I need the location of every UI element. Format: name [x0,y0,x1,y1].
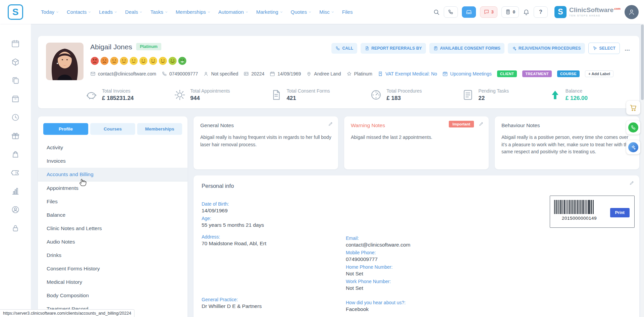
menu-item-body-composition[interactable]: Body Composition [38,289,187,302]
search-button[interactable] [433,9,440,15]
menu-item-audio-notes[interactable]: Audio Notes [38,235,187,249]
nav-item-contacts[interactable]: Contacts [67,9,91,15]
client-location: Andree Land [306,71,341,76]
smile-face-icon [158,56,167,65]
mood-face-2[interactable] [100,56,109,65]
sidebar-copy-button[interactable] [11,76,20,85]
mood-face-4[interactable] [119,56,128,65]
history-icon [11,113,20,122]
stat-value: £ 185231.24 [102,95,134,102]
nav-item-memberships[interactable]: Memberships [176,9,211,15]
sidebar-gift-button[interactable] [11,131,20,140]
pointer-icon [593,46,597,51]
help-button[interactable]: ? [534,6,548,18]
sidebar-cube-button[interactable] [11,58,20,66]
menu-item-activity[interactable]: Activity [38,141,187,154]
sun-icon [174,89,186,101]
rejuvenation-procedures-button[interactable]: REJUVENATION PROCEDURES [508,43,585,54]
notifications-button[interactable] [523,9,530,15]
client-phone[interactable]: 07490009777 [162,71,198,76]
mood-face-7[interactable] [149,56,158,65]
menu-item-appointments[interactable]: Appointments [38,181,187,195]
client-tier: Platinum [346,71,372,76]
mood-face-3[interactable] [110,56,119,65]
whatsapp-button[interactable] [626,120,640,135]
clinicsoftware-mark-icon: S [554,6,567,18]
available-consent-forms-button[interactable]: AVAILABLE CONSENT FORMS [429,43,504,54]
menu-item-accounts-and-billing[interactable]: Accounts and Billing [38,168,187,181]
call-center-button[interactable] [444,6,458,18]
client-phone-text: 07490009777 [169,71,198,76]
edit-warning-notes-button[interactable] [479,121,484,128]
user-menu-button[interactable] [625,5,639,19]
tab-courses[interactable]: Courses [90,123,135,135]
vertical-scrollbar[interactable] [641,24,644,317]
vat-status[interactable]: VAT Exempt Medical: No [378,71,437,76]
menu-item-invoices[interactable]: Invoices [38,154,187,168]
tier-badge: Platinum [136,43,161,50]
mood-face-5[interactable] [129,56,138,65]
inbox-button[interactable] [462,6,476,18]
nav-item-today[interactable]: Today [41,9,59,15]
upcoming-meetings-text: Upcoming Meetings [450,71,492,76]
report-referrals-by-button[interactable]: REPORT REFERRALS BY [361,43,426,54]
edit-personal-info-button[interactable] [629,180,635,187]
tab-profile[interactable]: Profile [43,123,88,135]
nav-item-deals[interactable]: Deals [125,9,143,15]
left-icon-sidebar [0,24,31,317]
assistant-button[interactable] [626,140,640,154]
sidebar-lock-button[interactable] [11,224,20,232]
mood-face-8[interactable] [158,56,167,65]
menu-item-medical-history[interactable]: Medical History [38,275,187,289]
client-email[interactable]: contact@clinicsoftware.com [90,71,156,76]
cart-button[interactable] [626,101,640,115]
nav-item-label: Misc [319,9,330,15]
call-button[interactable]: CALL [331,43,357,54]
mood-face-1[interactable] [90,56,99,65]
nav-item-files[interactable]: Files [342,9,353,15]
nav-item-automation[interactable]: Automation [218,9,249,15]
edit-general-notes-button[interactable] [328,121,333,128]
sidebar-support-button[interactable] [11,205,20,214]
brand-name: ClinicSoftware [569,6,613,13]
app-logo[interactable]: S [0,4,31,20]
menu-item-clinic-notes-and-letters[interactable]: Clinic Notes and Letters [38,222,187,235]
sidebar-ticket-button[interactable] [11,168,20,177]
sidebar-bag-button[interactable] [11,150,20,159]
nav-item-marketing[interactable]: Marketing [256,9,283,15]
vat-status-text: VAT Exempt Medical: No [385,71,437,76]
mood-face-9[interactable] [168,56,177,65]
calendar-icon [11,39,20,48]
nav-item-quotes[interactable]: Quotes [291,9,312,15]
general-notes-text: Abigail really is having frequent visits… [200,134,331,148]
payments-button[interactable]: 0 [501,6,519,18]
menu-item-files[interactable]: Files [38,195,187,208]
nav-item-tasks[interactable]: Tasks [150,9,168,15]
sidebar-package-button[interactable] [11,95,20,103]
field-label: General Practice: [202,297,346,302]
menu-item-balance[interactable]: Balance [38,208,187,222]
mood-face-6[interactable] [139,56,148,65]
sidebar-history-button[interactable] [11,113,20,122]
messages-button[interactable]: 3 [480,6,497,18]
menu-item-consent-forms-history[interactable]: Consent Forms History [38,262,187,275]
brand-logo[interactable]: S ClinicSoftware.com TEN STEPS AHEAD [554,6,621,18]
main-content: Abigail Jones Platinum CALLREPORT REFERR… [31,24,644,317]
client-email-text: contact@clinicsoftware.com [98,71,156,76]
personal-info-card: Personal info Date of Birth:14/09/1969Ag… [194,175,639,317]
more-actions-button[interactable]: ... [623,45,631,52]
select-button[interactable]: SELECT [588,43,620,54]
scrollbar-thumb[interactable] [641,24,644,100]
tab-memberships[interactable]: Memberships [137,123,182,135]
menu-item-drinks[interactable]: Drinks [38,249,187,262]
nav-item-misc[interactable]: Misc [319,9,334,15]
nav-item-leads[interactable]: Leads [99,9,117,15]
upcoming-meetings[interactable]: Upcoming Meetings [442,71,492,76]
sidebar-calendar-button[interactable] [11,39,20,48]
sidebar-chart-button[interactable] [11,187,20,196]
pencil-icon [479,121,484,126]
print-barcode-button[interactable]: Print [610,208,630,217]
stat-label: Balance [566,88,588,94]
mood-face-10[interactable] [178,56,187,65]
add-label-button[interactable]: + Add Label [585,70,613,77]
